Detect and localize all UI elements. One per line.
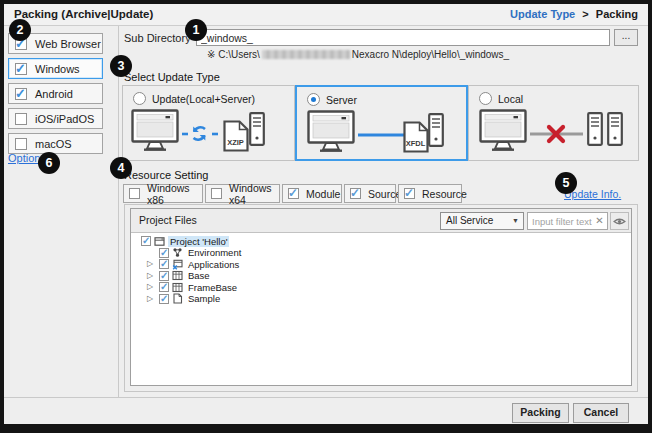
project-files-panel: Project Files All Service [130,208,632,386]
server-option-label: Server [326,94,357,106]
tree-label[interactable]: Applications [186,259,241,270]
project-files-tree: Project 'Hello' Environment [131,233,631,385]
annotation-badge-1: 1 [185,19,207,41]
monitor-icon [133,111,178,151]
server-radio-row[interactable]: Server [307,93,357,106]
applications-checkbox[interactable] [159,259,169,269]
path-note-prefix: ※ C:\Users\ [207,49,260,60]
local-option-label: Local [498,93,523,105]
server-icon [429,114,443,146]
xfdl-file-icon: XFDL [405,123,428,152]
grid-icon [172,270,183,281]
server-illustration: XFDL [303,108,463,160]
update-radio[interactable] [133,92,146,105]
server-radio[interactable] [307,93,320,106]
svg-text:XZIP: XZIP [227,138,244,147]
update-type-option-local[interactable]: Local [468,86,640,160]
sub-directory-input[interactable] [196,29,610,46]
sidebar-item-label: Windows [35,63,80,75]
grid-icon [172,282,183,293]
redacted-path-segment [262,50,350,59]
annotation-badge-6: 6 [38,152,60,174]
expand-arrow-icon[interactable] [147,259,156,269]
sidebar-item-windows[interactable]: Windows [8,58,103,79]
sample-checkbox[interactable] [159,294,169,304]
tree-row-framebase[interactable]: FrameBase [132,281,239,293]
windows-checkbox[interactable] [15,63,27,75]
browse-button[interactable]: ... [614,29,638,46]
project-checkbox[interactable] [141,236,151,246]
resource-checkbox[interactable] [404,188,415,199]
android-checkbox[interactable] [15,88,27,100]
tree-row-project[interactable]: Project 'Hello' [132,235,229,247]
monitor-icon [481,111,526,151]
update-type-groupbox: Update(Local+Server) [122,85,639,161]
expand-arrow-icon[interactable] [147,271,156,281]
resource-checkbox-source[interactable]: Source [344,184,396,203]
framebase-checkbox[interactable] [159,282,169,292]
tree-label[interactable]: Base [186,270,212,281]
annotation-badge-2: 2 [9,19,31,41]
environment-checkbox[interactable] [159,248,169,258]
resource-checkbox-resource[interactable]: Resource [398,184,462,203]
annotation-badge-5: 5 [555,172,577,194]
environment-nodes-icon [172,247,183,258]
service-filter-dropdown[interactable]: All Service [440,212,524,230]
sidebar-divider [118,26,119,397]
sidebar-item-android[interactable]: Android [8,83,103,104]
expand-arrow-icon[interactable] [147,282,156,292]
title-bar: Packing (Archive|Update) Update Type > P… [4,4,648,26]
macos-checkbox[interactable] [15,138,27,150]
clear-filter-icon[interactable] [592,212,607,230]
chevron-down-icon [512,213,519,229]
tree-row-base[interactable]: Base [132,270,212,282]
eye-icon [613,217,626,226]
update-local-server-illustration: XZIP [129,107,289,159]
source-checkbox[interactable] [350,188,361,199]
select-update-type-label: Select Update Type [124,71,220,83]
tree-label[interactable]: FrameBase [186,282,239,293]
ios-ipados-checkbox[interactable] [15,113,27,125]
update-type-link[interactable]: Update Type [510,8,575,20]
windows-x64-checkbox[interactable] [211,188,222,199]
packing-button[interactable]: Packing [512,403,569,423]
expand-arrow-icon[interactable] [147,294,156,304]
module-checkbox[interactable] [288,188,299,199]
server-icon [250,113,264,145]
tree-row-environment[interactable]: Environment [132,247,243,259]
sidebar-item-macos[interactable]: macOS [8,133,103,154]
breadcrumb-current: Packing [596,8,638,20]
update-radio-row[interactable]: Update(Local+Server) [133,92,255,105]
breadcrumb: Update Type > Packing [510,4,638,25]
annotation-badge-4: 4 [110,157,132,179]
resource-checkbox-windows-x64[interactable]: Windows x64 [205,184,280,203]
windows-x86-checkbox[interactable] [129,188,140,199]
resource-setting-label: Resource Setting [124,169,208,181]
dialog-title: Packing (Archive|Update) [14,4,153,25]
annotation-badge-3: 3 [110,55,132,77]
local-radio[interactable] [479,92,492,105]
server-icon [608,113,622,145]
monitor-icon [309,112,354,152]
project-files-title: Project Files [139,209,197,232]
breadcrumb-separator: > [582,8,588,20]
cancel-button[interactable]: Cancel [573,403,629,423]
tree-row-sample[interactable]: Sample [132,293,222,305]
sidebar-item-label: iOS/iPadOS [35,113,94,125]
base-checkbox[interactable] [159,271,169,281]
tree-label[interactable]: Environment [186,247,243,258]
sidebar-item-label: Android [35,88,73,100]
update-option-label: Update(Local+Server) [152,93,255,105]
tree-label[interactable]: Sample [186,293,222,304]
view-options-button[interactable] [610,212,629,230]
sidebar-item-ios-ipados[interactable]: iOS/iPadOS [8,108,103,129]
resource-checkbox-module[interactable]: Module [282,184,342,203]
update-type-option-update[interactable]: Update(Local+Server) [123,86,295,160]
xzip-file-icon: XZIP [225,122,248,151]
resource-checkbox-windows-x86[interactable]: Windows x86 [123,184,203,203]
tree-label[interactable]: Project 'Hello' [168,236,229,247]
local-radio-row[interactable]: Local [479,92,523,105]
resource-checkbox-label: Module [306,188,340,200]
tree-row-applications[interactable]: Applications [132,258,241,270]
update-type-option-server[interactable]: Server [295,85,468,161]
